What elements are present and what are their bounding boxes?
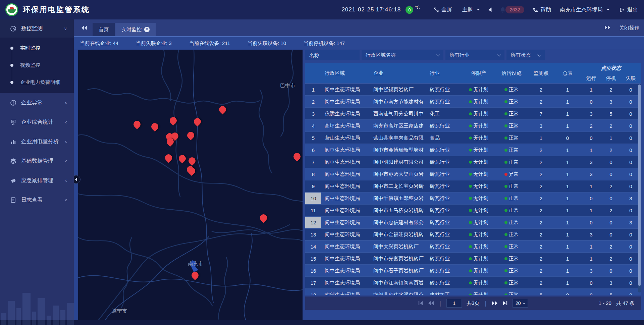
table-scrollbar[interactable] — [638, 85, 641, 292]
tab-1[interactable]: 实时监控× — [115, 23, 156, 36]
region-cell: 阆中生态环境局 — [321, 180, 370, 192]
industry-filter-select[interactable]: 所有行业 — [445, 50, 504, 60]
row-number-cell[interactable]: 15 — [305, 253, 321, 264]
row-number-cell[interactable]: 4 — [305, 120, 321, 131]
table-row[interactable]: 13阆中生态环境局阆中市金福旺页岩机砖砖瓦行业无计划正常21300 — [305, 229, 641, 241]
sidebar-item-6[interactable]: 日志查看< — [0, 190, 74, 210]
table-row[interactable]: 4高坪生态环境局南充市高坪区王家店建砖瓦行业无计划正常31220 — [305, 120, 641, 132]
table-row[interactable]: 11阆中生态环境局阆中市五马桥页岩机砖砖瓦行业无计划正常21120 — [305, 205, 641, 217]
row-number-cell[interactable]: 3 — [305, 108, 321, 119]
company-cell: 阆中强锐页岩砖厂 — [370, 84, 426, 95]
column-header-3[interactable]: 行业 — [426, 63, 463, 83]
sidebar-item-0[interactable]: 数据监测∨ — [0, 19, 74, 38]
sidebar-item-2[interactable]: 企业综合统计< — [0, 112, 74, 132]
name-filter-field[interactable] — [305, 50, 360, 60]
scrollbar-thumb[interactable] — [638, 85, 641, 286]
table-row[interactable]: 5营山生态环境局营山县润丰肉食品有限食品无计划正常10010 — [305, 132, 641, 144]
fullscreen-button[interactable]: 全屏 — [433, 6, 452, 13]
column-header-5[interactable]: 治污设施 — [495, 63, 528, 83]
table-row[interactable]: 1阆中生态环境局阆中强锐页岩砖厂砖瓦行业无计划正常21120 — [305, 84, 641, 96]
column-header-2[interactable]: 企业 — [370, 63, 426, 83]
row-number-cell[interactable]: 16 — [305, 265, 321, 276]
region-filter-select[interactable]: 行政区域名称 — [362, 50, 443, 60]
row-number-cell[interactable]: 5 — [305, 132, 321, 144]
table-row[interactable]: 2阆中生态环境局阆中市南方节能建材有砖瓦行业无计划正常21030 — [305, 96, 641, 108]
table-row[interactable]: 10阆中生态环境局阆中千佛镇五郎垭页岩砖瓦行业无计划正常21003 — [305, 193, 641, 205]
table-row[interactable]: 15阆中生态环境局阆中市光富页岩机砖厂砖瓦行业无计划正常21120 — [305, 253, 641, 265]
sidebar-item-3[interactable]: 企业用电量分析< — [0, 132, 74, 151]
app-root: 环保用电监管系统 2021-02-25 17:46:18 0 ℃ 全屏 主题 2… — [0, 0, 644, 325]
theme-dropdown[interactable]: 主题 — [462, 6, 480, 13]
column-header-6[interactable]: 监测点 — [528, 63, 554, 83]
prev-page-icon[interactable] — [428, 301, 434, 306]
sidebar-item-label: 日志查看 — [21, 197, 64, 204]
facility-status-cell: 正常 — [495, 120, 528, 131]
row-number-cell[interactable]: 2 — [305, 96, 321, 107]
row-number-cell[interactable]: 14 — [305, 241, 321, 252]
point-status-group-label: 点位状态 — [581, 63, 641, 73]
status-dot-icon — [504, 245, 507, 248]
tabs-scroll-left-icon[interactable] — [81, 25, 87, 32]
table-row[interactable]: 8阆中生态环境局阆中市枣碧大梁山页岩砖瓦行业无计划异常21300 — [305, 168, 641, 180]
column-header-0[interactable] — [305, 63, 321, 83]
sidebar-item-5[interactable]: 应急减排管理< — [0, 171, 74, 190]
row-number-cell[interactable]: 17 — [305, 277, 321, 288]
row-number-cell[interactable]: 18 — [305, 289, 321, 295]
tab-close-icon[interactable]: × — [144, 27, 150, 32]
sub-column-header-1[interactable]: 停机 — [601, 73, 621, 83]
points-cell: 2 — [528, 180, 554, 192]
row-number-cell[interactable]: 13 — [305, 229, 321, 240]
column-header-4[interactable]: 停限产 — [463, 63, 495, 83]
sidebar-item-4[interactable]: 基础数据管理< — [0, 151, 74, 171]
tabs-scroll-right-icon[interactable] — [604, 25, 610, 31]
status-item-3: 当前失联设备: 10 — [248, 40, 286, 47]
sub-column-header-2[interactable]: 失联 — [621, 73, 641, 83]
page-size-select[interactable]: 20 — [513, 299, 528, 308]
status-filter-select[interactable]: 所有状态 — [506, 50, 545, 60]
table-row[interactable]: 16阆中生态环境局阆中市石子页岩机砖厂砖瓦行业无计划正常21300 — [305, 265, 641, 277]
region-cell: 阆中生态环境局 — [321, 277, 370, 288]
table-row[interactable]: 14阆中生态环境局阆中大兴页岩机砖厂砖瓦行业无计划正常21120 — [305, 241, 641, 253]
row-number-cell[interactable]: 11 — [305, 205, 321, 216]
first-page-icon[interactable] — [418, 301, 423, 306]
last-page-icon[interactable] — [502, 301, 508, 306]
table-row[interactable]: 6阆中生态环境局阆中市金博瑞新型墙材砖瓦行业无计划正常21120 — [305, 144, 641, 156]
sidebar-subitem-2[interactable]: 企业电力负荷明细 — [0, 74, 74, 91]
table-row[interactable]: 3仪陇生态环境局西南油气田分公司川中化工无计划正常71350 — [305, 108, 641, 120]
sidebar-subitem-0[interactable]: 实时监控 — [0, 40, 74, 57]
table-row[interactable]: 17阆中生态环境局阆中市江南镇阆南页岩砖瓦行业无计划正常21030 — [305, 277, 641, 289]
help-button[interactable]: 帮助 — [533, 6, 551, 13]
points-cell: 2 — [528, 205, 554, 216]
org-dropdown[interactable]: 南充市生态环境局 — [560, 6, 609, 13]
sound-button[interactable] — [488, 7, 493, 12]
sidebar-item-1[interactable]: 企业异常< — [0, 93, 74, 112]
notifications-button[interactable]: 2632 — [500, 6, 524, 13]
logout-button[interactable]: 退出 — [620, 6, 638, 13]
row-number-cell[interactable]: 9 — [305, 180, 321, 192]
close-operations-button[interactable]: 关闭操作 — [619, 25, 639, 31]
table-row[interactable]: 9阆中生态环境局阆中市二龙长宝页岩砖砖瓦行业无计划正常21120 — [305, 180, 641, 193]
sub-column-header-0[interactable]: 运行 — [581, 73, 601, 83]
app-header: 环保用电监管系统 2021-02-25 17:46:18 0 ℃ 全屏 主题 2… — [0, 0, 644, 19]
points-cell: 2 — [528, 96, 554, 107]
tab-0[interactable]: 首页 — [93, 23, 115, 36]
map-panel[interactable]: 巴中市南充市遂宁市 — [78, 50, 303, 320]
table-row[interactable]: 18南部生态环境局南部县砌伟水泥有限公建材加工无计划正常50050 — [305, 289, 641, 295]
industry-cell: 建材加工 — [426, 289, 463, 295]
row-number-cell[interactable]: 6 — [305, 144, 321, 156]
name-filter-input[interactable] — [309, 52, 356, 58]
page-number-input[interactable] — [446, 299, 462, 308]
row-number-cell[interactable]: 1 — [305, 84, 321, 95]
table-row[interactable]: 7阆中生态环境局阆中明阳建材有限公司砖瓦行业无计划正常21300 — [305, 156, 641, 168]
limit-status-cell: 无计划 — [463, 205, 495, 216]
limit-status-cell: 无计划 — [463, 96, 495, 107]
row-number-cell[interactable]: 8 — [305, 168, 321, 180]
sidebar-subitem-1[interactable]: 视频监控 — [0, 57, 74, 74]
table-row[interactable]: 12阆中生态环境局阆中市忠信建材有限公砖瓦行业无计划正常21003 — [305, 217, 641, 229]
row-number-cell[interactable]: 7 — [305, 156, 321, 168]
next-page-icon[interactable] — [492, 301, 498, 306]
row-number-cell[interactable]: 10 — [305, 193, 321, 204]
row-number-cell[interactable]: 12 — [305, 217, 321, 228]
column-header-7[interactable]: 总表 — [554, 63, 581, 83]
column-header-1[interactable]: 行政区域 — [321, 63, 370, 83]
